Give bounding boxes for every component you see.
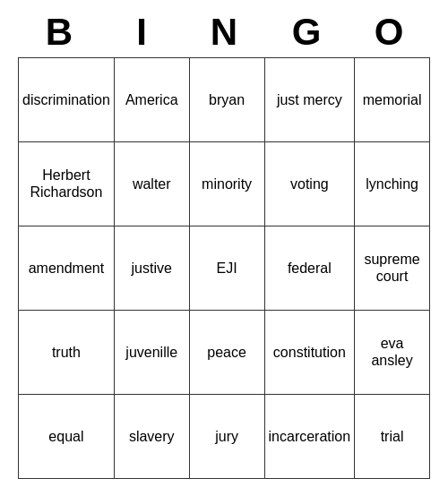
bingo-cell: truth (19, 311, 115, 395)
bingo-cell: just mercy (265, 58, 356, 142)
bingo-cell: amendment (19, 226, 115, 311)
cell-text: amendment (29, 260, 105, 277)
bingo-cell: jury (190, 395, 265, 479)
bingo-cell: constitution (265, 311, 356, 395)
bingo-cell: minority (190, 142, 265, 226)
cell-text: constitution (273, 344, 346, 361)
bingo-grid: discriminationAmericabryanjust mercymemo… (18, 57, 430, 479)
bingo-cell: peace (190, 311, 265, 395)
cell-text: equal (48, 428, 83, 445)
header-letter: O (348, 8, 430, 56)
cell-text: incarceration (269, 428, 351, 445)
cell-text: federal (288, 260, 332, 277)
bingo-cell: equal (19, 395, 115, 479)
header-letter: I (100, 8, 183, 56)
bingo-header: BINGO (18, 8, 430, 56)
bingo-cell: federal (265, 226, 356, 311)
bingo-cell: trial (355, 395, 430, 479)
cell-text: juvenille (125, 344, 177, 361)
cell-text: minority (202, 175, 252, 192)
cell-text: America (125, 91, 178, 108)
bingo-cell: supreme court (355, 226, 430, 311)
cell-text: walter (133, 175, 171, 192)
bingo-cell: bryan (190, 58, 265, 142)
cell-text: lynching (366, 175, 418, 192)
cell-text: supreme court (358, 251, 426, 285)
cell-text: EJI (217, 260, 237, 277)
header-letter: N (183, 8, 265, 56)
bingo-cell: walter (115, 142, 190, 226)
cell-text: bryan (209, 91, 245, 108)
cell-text: discrimination (22, 91, 110, 108)
cell-text: voting (290, 175, 329, 192)
cell-text: memorial (363, 91, 422, 108)
header-letter: G (265, 8, 348, 56)
bingo-cell: EJI (190, 226, 265, 311)
bingo-cell: memorial (355, 58, 430, 142)
bingo-cell: juvenille (115, 311, 190, 395)
bingo-cell: Herbert Richardson (19, 142, 115, 226)
cell-text: slavery (129, 428, 175, 445)
cell-text: just mercy (277, 91, 342, 108)
bingo-cell: slavery (115, 395, 190, 479)
bingo-card: BINGO discriminationAmericabryanjust mer… (18, 8, 430, 478)
bingo-cell: America (115, 58, 190, 142)
cell-text: truth (52, 344, 81, 361)
cell-text: eva ansley (358, 335, 426, 369)
bingo-cell: lynching (355, 142, 430, 226)
bingo-cell: incarceration (265, 395, 356, 479)
header-letter: B (18, 8, 100, 56)
bingo-cell: justive (115, 226, 190, 311)
cell-text: peace (207, 344, 246, 361)
cell-text: Herbert Richardson (22, 167, 110, 201)
bingo-cell: discrimination (19, 58, 115, 142)
bingo-cell: voting (265, 142, 356, 226)
cell-text: justive (132, 260, 172, 277)
bingo-cell: eva ansley (355, 311, 430, 395)
cell-text: jury (215, 428, 238, 445)
cell-text: trial (381, 428, 404, 445)
